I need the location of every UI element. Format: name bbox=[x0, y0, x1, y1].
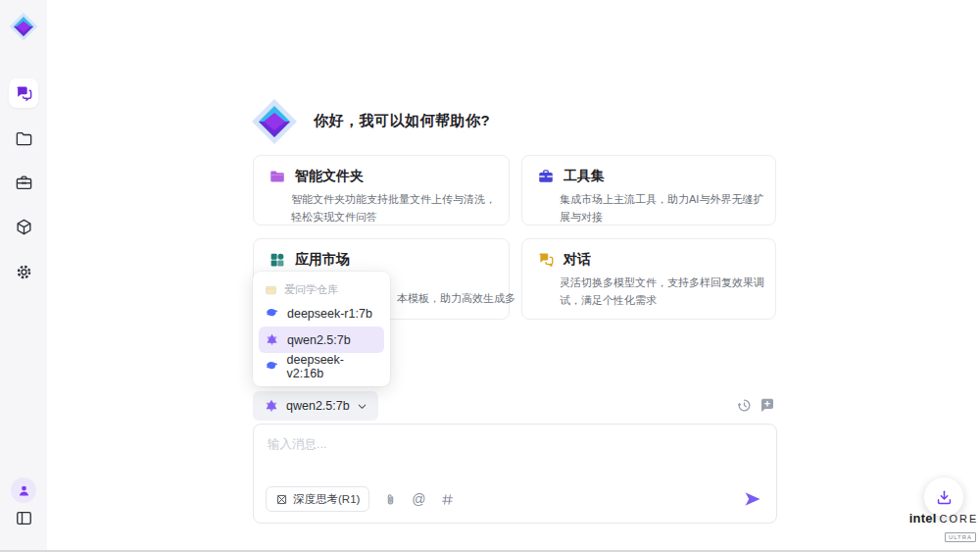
sidebar bbox=[0, 0, 47, 550]
sidebar-item-settings[interactable] bbox=[9, 257, 38, 286]
chat-icon bbox=[15, 84, 33, 103]
send-button[interactable] bbox=[743, 489, 762, 509]
model-repo-label: 爱问学仓库 bbox=[284, 282, 338, 297]
model-option-deepseek-v2[interactable]: deepseek-v2:16b bbox=[259, 353, 384, 379]
paperclip-icon bbox=[383, 492, 398, 507]
model-repo-header: 爱问学仓库 bbox=[259, 278, 384, 300]
chevron-down-icon bbox=[357, 401, 368, 412]
panel-icon bbox=[15, 509, 33, 527]
repo-icon bbox=[265, 283, 277, 296]
intel-core-badge: intel core ultra bbox=[909, 511, 978, 543]
message-input[interactable] bbox=[268, 436, 758, 479]
sidebar-item-toolbox[interactable] bbox=[9, 168, 38, 197]
history-button[interactable] bbox=[736, 397, 753, 414]
card-title: 应用市场 bbox=[295, 251, 350, 269]
app-logo-icon bbox=[9, 12, 38, 41]
qwen-icon bbox=[265, 332, 279, 347]
ultra-badge: ultra bbox=[945, 532, 976, 542]
at-icon: @ bbox=[412, 492, 425, 506]
download-icon bbox=[935, 488, 954, 507]
card-description: 智能文件夹功能支持批量文件上传与清洗，轻松实现文件问答 bbox=[291, 190, 501, 226]
folder-icon bbox=[15, 129, 33, 148]
greeting-logo-icon bbox=[251, 98, 298, 145]
attach-button[interactable] bbox=[382, 491, 398, 507]
model-option-label: qwen2.5:7b bbox=[287, 333, 351, 347]
gear-icon bbox=[15, 263, 33, 281]
greeting-title: 你好，我可以如何帮助你? bbox=[314, 112, 490, 130]
sidebar-item-models[interactable] bbox=[9, 212, 38, 241]
briefcase-icon bbox=[15, 174, 33, 192]
model-option-deepseek-r1[interactable]: deepseek-r1:7b bbox=[259, 300, 384, 326]
selected-model-label: qwen2.5:7b bbox=[286, 399, 350, 413]
new-chat-icon bbox=[759, 396, 776, 414]
history-icon bbox=[736, 397, 753, 414]
card-description: 灵活切换多模型文件，支持多样回复效果调试，满足个性化需求 bbox=[560, 274, 767, 309]
model-option-label: deepseek-v2:16b bbox=[287, 353, 378, 380]
deep-think-label: 深度思考(R1) bbox=[293, 492, 360, 507]
qwen-icon bbox=[264, 398, 279, 414]
card-title: 工具集 bbox=[564, 168, 605, 185]
cube-icon bbox=[15, 218, 33, 236]
card-toolset[interactable]: 工具集 集成市场上主流工具，助力AI与外界无缝扩展与对接 bbox=[521, 155, 776, 226]
prompt-tag-button[interactable] bbox=[439, 491, 455, 507]
chat-input-container: 深度思考(R1) @ bbox=[253, 424, 777, 524]
sidebar-item-folders[interactable] bbox=[9, 124, 38, 153]
new-chat-button[interactable] bbox=[759, 396, 776, 414]
folder-icon bbox=[269, 168, 286, 185]
deepseek-icon bbox=[265, 306, 279, 321]
card-smart-folder[interactable]: 智能文件夹 智能文件夹功能支持批量文件上传与清洗，轻松实现文件问答 bbox=[253, 155, 510, 226]
user-avatar[interactable] bbox=[11, 477, 36, 503]
user-icon bbox=[17, 483, 31, 498]
card-title: 对话 bbox=[564, 251, 591, 269]
sidebar-item-chat[interactable] bbox=[9, 78, 38, 108]
intel-logo-text: intel bbox=[909, 511, 937, 526]
input-toolbar: 深度思考(R1) @ bbox=[266, 485, 762, 513]
deep-think-icon bbox=[275, 493, 288, 506]
card-description-partial: 本模板，助力高效生成多 bbox=[397, 291, 515, 306]
model-selector-button[interactable]: qwen2.5:7b bbox=[253, 391, 378, 421]
sidebar-collapse-toggle[interactable] bbox=[9, 503, 38, 532]
card-title: 智能文件夹 bbox=[295, 168, 364, 185]
mention-button[interactable]: @ bbox=[411, 491, 426, 507]
toolbox-icon bbox=[537, 168, 555, 185]
card-description: 集成市场上主流工具，助力AI与外界无缝扩展与对接 bbox=[560, 190, 767, 226]
card-conversation[interactable]: 对话 灵活切换多模型文件，支持多样回复效果调试，满足个性化需求 bbox=[521, 238, 776, 320]
deep-think-button[interactable]: 深度思考(R1) bbox=[266, 486, 369, 512]
core-logo-text: core bbox=[939, 513, 978, 525]
send-icon bbox=[743, 489, 762, 509]
model-option-label: deepseek-r1:7b bbox=[287, 307, 372, 321]
model-option-qwen[interactable]: qwen2.5:7b bbox=[259, 326, 384, 353]
apps-icon bbox=[269, 251, 286, 269]
hash-icon bbox=[440, 492, 455, 507]
deepseek-icon bbox=[265, 359, 279, 374]
chat-bubbles-icon bbox=[537, 251, 555, 269]
model-dropdown: 爱问学仓库 deepseek-r1:7b qwen2.5:7b deepseek… bbox=[253, 272, 390, 386]
